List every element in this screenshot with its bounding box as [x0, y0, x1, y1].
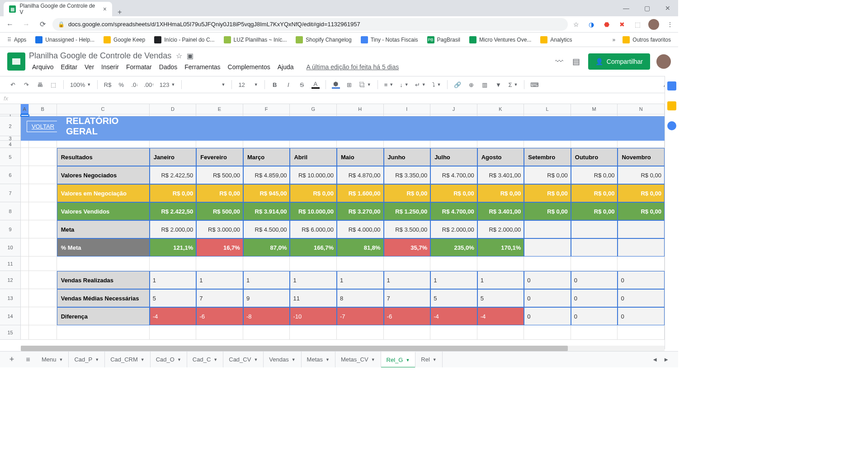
data-cell[interactable]: 1 — [384, 271, 431, 289]
data-cell[interactable]: R$ 0,00 — [524, 166, 571, 184]
cell[interactable] — [29, 271, 57, 289]
new-tab-button[interactable]: + — [112, 8, 127, 16]
data-cell[interactable]: -4 — [430, 307, 477, 325]
row-label[interactable]: Valores em Negociação — [57, 184, 150, 202]
row-header[interactable]: 14 — [0, 307, 21, 325]
add-sheet-button[interactable]: + — [4, 352, 20, 368]
data-cell[interactable]: R$ 0,00 — [430, 184, 477, 202]
row-label[interactable]: Vendas Médias Necessárias — [57, 289, 150, 307]
data-cell[interactable]: R$ 0,00 — [571, 166, 618, 184]
forward-button[interactable]: → — [20, 18, 33, 31]
data-cell[interactable]: R$ 2.000,00 — [150, 220, 197, 238]
cell[interactable] — [29, 184, 57, 202]
data-cell[interactable]: R$ 3.350,00 — [384, 166, 431, 184]
currency-button[interactable]: R$ — [102, 79, 113, 90]
link-button[interactable]: 🔗 — [452, 79, 463, 90]
col-header[interactable]: D — [150, 104, 197, 114]
data-cell[interactable]: R$ 0,00 — [524, 202, 571, 220]
row-label[interactable]: % Meta — [57, 238, 150, 257]
cell[interactable] — [21, 325, 29, 340]
data-cell[interactable] — [571, 238, 618, 257]
cell[interactable] — [571, 116, 618, 136]
cell[interactable] — [524, 257, 571, 271]
data-cell[interactable]: 5 — [477, 289, 524, 307]
cell[interactable] — [29, 257, 57, 271]
cell[interactable] — [384, 136, 431, 141]
cell[interactable] — [430, 257, 477, 271]
data-cell[interactable]: R$ 3.401,00 — [477, 202, 524, 220]
profile-avatar[interactable] — [648, 19, 659, 30]
keep-icon[interactable] — [667, 101, 676, 110]
data-cell[interactable]: -4 — [150, 307, 197, 325]
data-cell[interactable]: R$ 0,00 — [618, 166, 665, 184]
chart-button[interactable]: ▥ — [479, 79, 490, 90]
data-cell[interactable]: R$ 4.859,00 — [243, 166, 290, 184]
share-button[interactable]: 👤 Compartilhar — [588, 53, 650, 70]
data-cell[interactable]: R$ 0,00 — [524, 184, 571, 202]
row-label[interactable]: Vendas Realizadas — [57, 271, 150, 289]
data-cell[interactable]: 0 — [524, 271, 571, 289]
print-button[interactable]: 🖶 — [34, 79, 45, 90]
star-icon[interactable]: ☆ — [176, 52, 182, 60]
col-header[interactable]: H — [337, 104, 384, 114]
comments-icon[interactable]: ▤ — [571, 56, 582, 67]
cell[interactable] — [384, 325, 431, 340]
data-cell[interactable]: 7 — [384, 289, 431, 307]
undo-button[interactable]: ↶ — [7, 79, 18, 90]
cell[interactable] — [21, 141, 29, 148]
all-sheets-button[interactable]: ≡ — [20, 352, 36, 368]
tab-nav-next[interactable]: ► — [663, 356, 669, 363]
sheet-tab-Rel_G[interactable]: Rel_G▼ — [381, 352, 416, 368]
row-label[interactable]: Diferença — [57, 307, 150, 325]
cell[interactable] — [57, 141, 150, 148]
maximize-button[interactable]: ▢ — [637, 0, 657, 16]
cell[interactable] — [382, 116, 429, 136]
active-cell[interactable] — [21, 114, 29, 116]
data-cell[interactable]: 1 — [196, 271, 243, 289]
col-header[interactable]: C — [57, 104, 150, 114]
menu-editar[interactable]: Editar — [57, 62, 80, 72]
cell[interactable] — [21, 136, 29, 141]
cell[interactable] — [571, 136, 618, 141]
data-cell[interactable]: R$ 2.000,00 — [430, 220, 477, 238]
data-cell[interactable]: 5 — [430, 289, 477, 307]
data-cell[interactable]: R$ 1.600,00 — [337, 184, 384, 202]
cell[interactable] — [430, 141, 477, 148]
font-size-select[interactable]: 12▼ — [236, 81, 259, 88]
data-cell[interactable] — [571, 220, 618, 238]
strikethrough-button[interactable]: S — [297, 79, 307, 90]
col-header[interactable]: L — [524, 104, 571, 114]
data-cell[interactable]: R$ 945,00 — [243, 184, 290, 202]
bookmark-item[interactable]: LUZ Planilhas ~ Iníc... — [220, 34, 291, 45]
data-cell[interactable]: 7 — [196, 289, 243, 307]
cell[interactable] — [618, 141, 665, 148]
data-cell[interactable]: 0 — [571, 271, 618, 289]
cell[interactable] — [477, 325, 524, 340]
cell[interactable] — [477, 136, 524, 141]
star-icon[interactable]: ☆ — [571, 20, 580, 29]
table-header[interactable]: Resultados — [57, 148, 150, 166]
move-folder-icon[interactable]: ▣ — [187, 52, 193, 60]
cell[interactable] — [243, 136, 290, 141]
month-header[interactable]: Setembro — [524, 148, 571, 166]
cell[interactable] — [21, 238, 29, 257]
row-label[interactable]: Valores Vendidos — [57, 202, 150, 220]
data-cell[interactable]: R$ 4.870,00 — [337, 166, 384, 184]
cell[interactable] — [476, 116, 524, 136]
data-cell[interactable]: 1 — [477, 271, 524, 289]
cell[interactable] — [337, 141, 384, 148]
cell[interactable] — [29, 141, 57, 148]
col-header[interactable]: B — [29, 104, 57, 114]
cell[interactable] — [21, 148, 29, 166]
cell[interactable] — [147, 116, 194, 136]
zoom-select[interactable]: 100%▼ — [68, 81, 93, 88]
fill-color-button[interactable]: ⬢ — [330, 79, 341, 90]
cell[interactable] — [290, 325, 337, 340]
cell[interactable] — [29, 136, 57, 141]
data-cell[interactable]: 166,7% — [290, 238, 337, 257]
data-cell[interactable]: 8 — [337, 289, 384, 307]
data-cell[interactable]: R$ 0,00 — [618, 202, 665, 220]
cell[interactable] — [57, 136, 150, 141]
data-cell[interactable]: R$ 4.500,00 — [243, 220, 290, 238]
data-cell[interactable]: R$ 6.000,00 — [290, 220, 337, 238]
